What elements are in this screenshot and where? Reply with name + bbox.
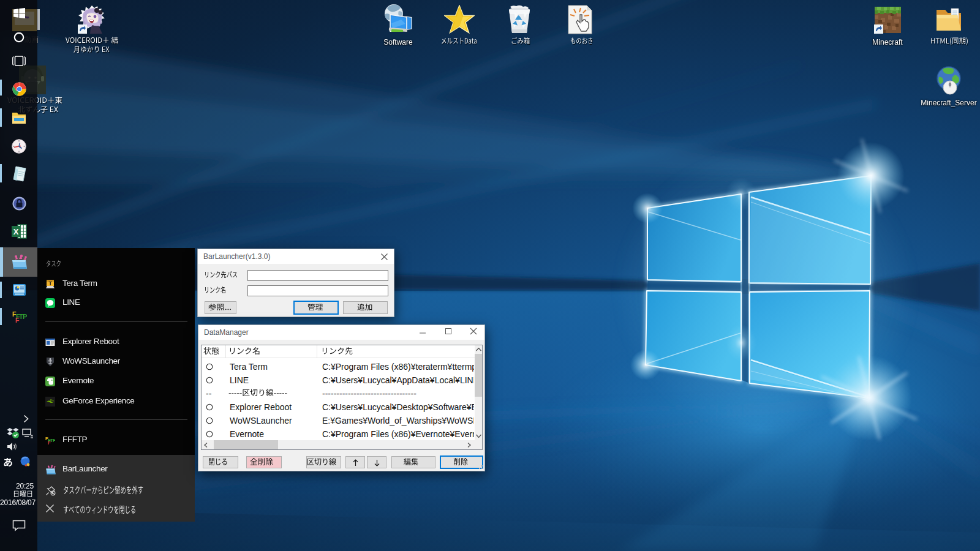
svg-text:P: P <box>53 438 55 443</box>
svg-text:F: F <box>15 317 20 324</box>
svg-text:T: T <box>48 280 52 287</box>
svg-text:P: P <box>23 313 27 320</box>
svg-text:F: F <box>48 440 51 445</box>
svg-text:X: X <box>13 227 19 236</box>
